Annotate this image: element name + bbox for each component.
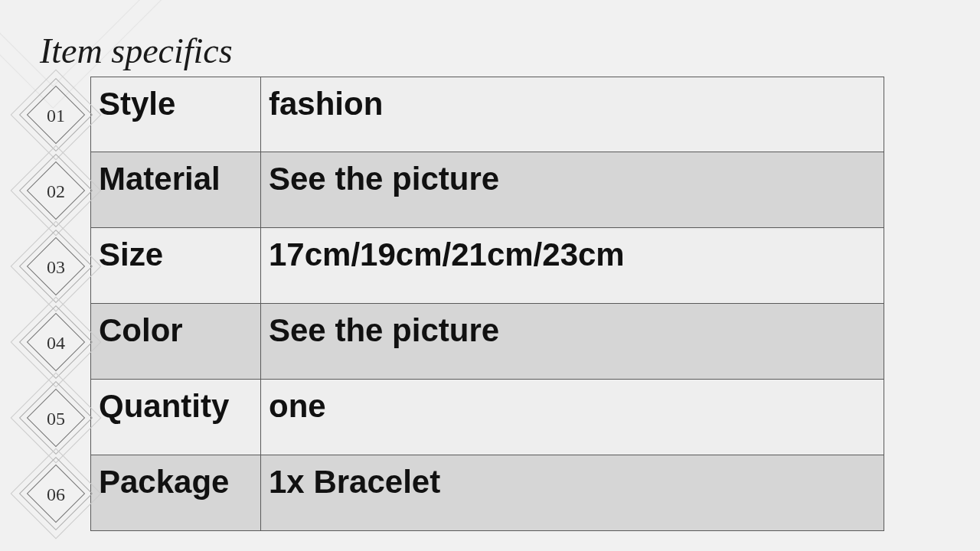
diamond-icon: 02	[27, 161, 85, 219]
row-number-badge: 02	[21, 152, 90, 228]
diamond-icon: 04	[27, 312, 85, 370]
row-number-badge: 06	[21, 455, 90, 531]
row-number: 02	[35, 171, 77, 212]
spec-label: Package	[90, 455, 260, 531]
table-row: 06 Package 1x Bracelet	[21, 455, 884, 531]
table-row: 04 Color See the picture	[21, 304, 884, 380]
spec-value: one	[260, 380, 884, 455]
spec-value: 1x Bracelet	[260, 455, 884, 531]
section-title: Item specifics	[40, 31, 233, 71]
row-number: 01	[35, 95, 77, 136]
table-row: 05 Quantity one	[21, 380, 884, 455]
spec-value: 17cm/19cm/21cm/23cm	[260, 228, 884, 304]
row-number-badge: 04	[21, 304, 90, 380]
row-number-badge: 03	[21, 228, 90, 304]
item-specifics-table: 01 Style fashion 02 Material See the pic…	[21, 77, 884, 531]
diamond-icon: 01	[27, 85, 85, 143]
row-number-badge: 01	[21, 77, 90, 152]
diamond-icon: 03	[27, 236, 85, 295]
spec-value: fashion	[260, 77, 884, 152]
spec-label: Material	[90, 152, 260, 228]
row-number: 04	[35, 322, 77, 364]
row-number: 03	[35, 246, 77, 288]
diamond-icon: 05	[27, 388, 85, 446]
table-row: 03 Size 17cm/19cm/21cm/23cm	[21, 228, 884, 304]
spec-label: Color	[90, 304, 260, 380]
spec-label: Size	[90, 228, 260, 304]
table-row: 02 Material See the picture	[21, 152, 884, 228]
spec-value: See the picture	[260, 152, 884, 228]
row-number-badge: 05	[21, 380, 90, 455]
spec-label: Quantity	[90, 380, 260, 455]
diamond-icon: 06	[27, 464, 85, 522]
spec-value: See the picture	[260, 304, 884, 380]
row-number: 05	[35, 398, 77, 439]
row-number: 06	[35, 474, 77, 515]
spec-label: Style	[90, 77, 260, 152]
table-row: 01 Style fashion	[21, 77, 884, 152]
